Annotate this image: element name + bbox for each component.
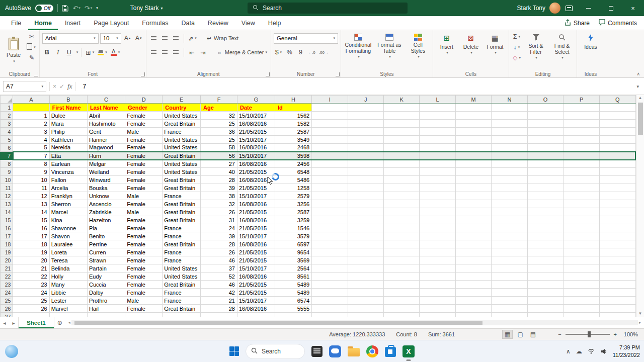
cell[interactable] (455, 256, 492, 264)
cell[interactable] (348, 224, 383, 232)
file-explorer-icon[interactable] (348, 348, 360, 356)
cell-D25[interactable]: Male (125, 297, 163, 305)
cell[interactable] (348, 256, 383, 264)
cell-C7[interactable]: Hurn (87, 152, 125, 160)
cell-D12[interactable]: Male (125, 192, 163, 200)
cell[interactable] (383, 128, 419, 136)
cell[interactable] (564, 144, 599, 152)
cell[interactable] (312, 208, 348, 216)
cell-C26[interactable]: Hail (87, 305, 125, 313)
cell-A2[interactable]: 1 (13, 112, 49, 120)
cell[interactable] (599, 240, 635, 248)
new-sheet-button[interactable]: ⊕ (54, 319, 65, 326)
paste-button[interactable]: Paste ▾ (3, 32, 25, 69)
cell[interactable] (527, 224, 564, 232)
cell[interactable] (420, 120, 455, 128)
cell[interactable] (564, 297, 599, 305)
cell[interactable] (348, 176, 383, 184)
sheet-nav-right-icon[interactable]: ▸ (9, 320, 18, 326)
cell[interactable] (420, 192, 455, 200)
cell-C25[interactable]: Prothro (87, 297, 125, 305)
cell-D1[interactable]: Gender (125, 104, 163, 112)
cell-B18[interactable]: Lauralee (49, 240, 87, 248)
document-user-menu[interactable]: Tony Stark▾ (130, 5, 163, 12)
cell[interactable] (312, 152, 348, 160)
cell[interactable] (420, 232, 455, 240)
cell[interactable] (312, 289, 348, 297)
tab-formulas[interactable]: Formulas (136, 16, 174, 30)
cut-button[interactable]: ✂ (27, 32, 37, 41)
save-icon[interactable] (62, 5, 68, 12)
cell[interactable] (564, 240, 599, 248)
cell-B17[interactable]: Shavon (49, 232, 87, 240)
cell[interactable] (455, 136, 492, 144)
cell[interactable] (492, 104, 528, 112)
row-header-7[interactable]: 7 (1, 152, 13, 160)
cell[interactable] (312, 176, 348, 184)
cell[interactable] (564, 184, 599, 192)
clock[interactable]: 7:39 PM 11/23/2022 (613, 344, 640, 358)
format-cells-button[interactable]: ▦ Format ▾ (484, 32, 506, 69)
cell-G26[interactable]: 16/08/2016 (237, 305, 275, 313)
tab-page-layout[interactable]: Page Layout (88, 16, 135, 30)
cell[interactable] (383, 120, 419, 128)
cell[interactable] (348, 232, 383, 240)
cell-D13[interactable]: Female (125, 200, 163, 208)
cell[interactable] (312, 256, 348, 264)
cell[interactable] (383, 192, 419, 200)
cell[interactable] (383, 281, 419, 289)
cell-H23[interactable]: 5489 (275, 281, 312, 289)
cell-E12[interactable]: France (163, 192, 201, 200)
cell[interactable] (420, 168, 455, 176)
ideas-button[interactable]: Ideas (580, 32, 602, 69)
cell[interactable] (564, 136, 599, 144)
cell-F1[interactable]: Age (201, 104, 237, 112)
cell[interactable] (564, 128, 599, 136)
format-painter-button[interactable]: ✎ (27, 53, 37, 62)
cell[interactable] (455, 176, 492, 184)
avatar[interactable] (549, 3, 560, 14)
cell[interactable] (420, 297, 455, 305)
cell[interactable] (420, 176, 455, 184)
cell[interactable] (383, 248, 419, 256)
cell-G13[interactable]: 16/08/2016 (237, 200, 275, 208)
cell[interactable] (383, 224, 419, 232)
row-header-17[interactable]: 17 (1, 232, 13, 240)
cell-B26[interactable]: Marvel (49, 305, 87, 313)
cell[interactable] (312, 297, 348, 305)
cell[interactable] (348, 192, 383, 200)
cell[interactable] (420, 128, 455, 136)
zoom-out-button[interactable]: − (558, 331, 561, 337)
format-as-table-button[interactable]: Format as Table ▾ (375, 32, 404, 69)
decrease-font-button[interactable]: A▾ (134, 33, 143, 44)
cell[interactable] (599, 168, 635, 176)
page-layout-view-button[interactable]: ▢ (515, 330, 525, 338)
font-family-select[interactable]: Arial▾ (42, 33, 99, 44)
cell[interactable] (492, 120, 528, 128)
cell-H13[interactable]: 3256 (275, 200, 312, 208)
cell[interactable] (527, 168, 564, 176)
autosum-button[interactable]: Σ▾ (512, 32, 522, 41)
volume-icon[interactable] (600, 348, 607, 354)
cell[interactable] (420, 305, 455, 313)
cell-F25[interactable]: 21 (201, 297, 237, 305)
row-header-20[interactable]: 20 (1, 256, 13, 264)
cell-C3[interactable]: Hashimoto (87, 120, 125, 128)
cell-A13[interactable]: 13 (13, 200, 49, 208)
cell-B2[interactable]: Dulce (49, 112, 87, 120)
cell[interactable] (599, 273, 635, 281)
cell[interactable] (455, 184, 492, 192)
cell-H24[interactable]: 5489 (275, 289, 312, 297)
cell[interactable] (348, 289, 383, 297)
cell[interactable] (492, 216, 528, 224)
cell-H19[interactable]: 9654 (275, 248, 312, 256)
cell[interactable] (312, 313, 348, 317)
cell-G12[interactable]: 15/10/2017 (237, 192, 275, 200)
cell[interactable] (383, 232, 419, 240)
normal-view-button[interactable]: ▦ (503, 330, 512, 338)
cell[interactable] (455, 200, 492, 208)
cell[interactable] (348, 273, 383, 281)
row-header-26[interactable]: 26 (1, 305, 13, 313)
zoom-level[interactable]: 100% (621, 331, 638, 337)
cell[interactable] (599, 313, 635, 317)
